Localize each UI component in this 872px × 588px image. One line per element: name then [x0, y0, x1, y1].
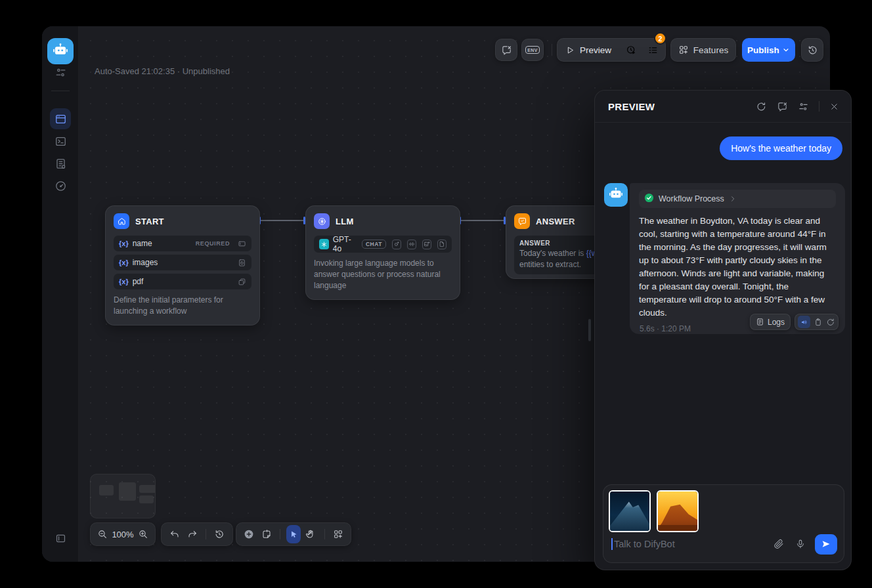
regenerate-icon[interactable]: [826, 318, 835, 327]
restart-conversation-icon[interactable]: [756, 101, 767, 112]
view-history-button[interactable]: [212, 525, 227, 543]
sidebar-item-orchestrate[interactable]: [50, 108, 71, 129]
text-caret: [611, 538, 613, 550]
undo-button[interactable]: [167, 525, 182, 543]
microphone-icon[interactable]: [795, 539, 806, 549]
start-field-pdf: {x} pdf: [114, 274, 251, 289]
pointer-tool-button[interactable]: [286, 525, 301, 543]
orchestrate-window-icon: [54, 113, 67, 125]
zoom-level[interactable]: 100%: [109, 530, 136, 539]
sidebar-item-monitoring[interactable]: [53, 178, 68, 194]
success-check-icon: [644, 193, 654, 205]
variable-token: {x}: [119, 259, 129, 266]
chat-input[interactable]: [614, 539, 762, 549]
toolbar-separator: [206, 529, 206, 539]
copy-stack-icon: [238, 278, 246, 286]
zoom-controls: 100%: [90, 522, 156, 546]
preview-header: PREVIEW: [595, 91, 851, 123]
chevron-down-icon: [782, 46, 790, 54]
copy-clipboard-icon[interactable]: [814, 318, 823, 327]
node-description: Invoking large language models to answer…: [314, 258, 452, 291]
add-note-button[interactable]: [259, 525, 273, 543]
logs-button[interactable]: Logs: [750, 314, 791, 330]
llm-model-row: GPT-4o CHAT: [314, 236, 452, 253]
env-variables-button[interactable]: ENV: [521, 39, 544, 61]
required-tag: REQUIRED: [196, 240, 230, 247]
home-icon: [114, 213, 129, 229]
file-icon: [238, 259, 246, 267]
variable-token: {x}: [119, 278, 129, 285]
log-document-icon: [756, 318, 764, 326]
node-title: START: [135, 217, 164, 226]
field-name: images: [133, 258, 158, 267]
node-llm[interactable]: LLM GPT-4o CHAT: [305, 205, 460, 300]
history-restore-icon: [807, 45, 818, 56]
publish-button[interactable]: Publish: [742, 38, 795, 62]
start-field-images: {x} images: [114, 255, 251, 270]
speaker-icon[interactable]: [798, 316, 810, 328]
minimap[interactable]: [90, 474, 156, 518]
canvas-scrollbar[interactable]: [588, 319, 591, 341]
node-title: LLM: [336, 217, 354, 226]
checklist-icon: [647, 45, 659, 56]
clock-play-icon: [626, 45, 637, 56]
close-icon[interactable]: [829, 102, 839, 112]
bot-message-text: The weather in Boydton, VA today is clea…: [639, 215, 836, 320]
user-message-bubble: How's the weather today: [720, 136, 842, 160]
zoom-out-button[interactable]: [96, 525, 109, 543]
hand-tool-button[interactable]: [303, 525, 318, 543]
node-start[interactable]: START {x} name REQUIRED {x} images {x} p…: [105, 205, 260, 326]
send-button[interactable]: [815, 534, 837, 555]
canvas-tools: [236, 522, 351, 546]
auto-layout-button[interactable]: [331, 525, 345, 543]
app-settings-sliders-icon[interactable]: [53, 64, 68, 80]
zoom-in-button[interactable]: [137, 525, 150, 543]
field-name: pdf: [133, 277, 144, 286]
panel-separator: [819, 101, 819, 112]
version-history-button[interactable]: [801, 38, 823, 62]
bot-avatar: [604, 183, 628, 207]
paperclip-icon[interactable]: [774, 539, 784, 549]
minimap-node: [119, 482, 136, 501]
checklist-button[interactable]: [647, 45, 659, 56]
history-controls: [161, 522, 233, 546]
topbar-separator: [552, 44, 552, 56]
variable-token: {x}: [119, 240, 129, 247]
preview-run-label: Preview: [580, 45, 611, 55]
field-name: name: [133, 239, 152, 248]
sunset-ground: [658, 525, 697, 531]
autosave-status: Auto-Saved 21:02:35 · Unpublished: [95, 66, 230, 76]
chevron-right-icon: [729, 195, 737, 203]
text-input-icon: [238, 240, 246, 248]
sidebar-item-logs[interactable]: [53, 156, 68, 171]
message-meta: 5.6s · 1:20 PM: [640, 324, 691, 333]
workflow-process-label: Workflow Process: [659, 194, 724, 203]
model-name: GPT-4o: [333, 235, 358, 253]
redo-button[interactable]: [185, 525, 200, 543]
clear-chat-icon[interactable]: [777, 101, 788, 112]
add-node-button[interactable]: [242, 525, 256, 543]
audio-capability-icon: [407, 240, 416, 249]
node-description: Define the initial parameters for launch…: [114, 295, 251, 317]
edge-start-llm: [260, 220, 305, 221]
node-title: ANSWER: [536, 217, 575, 226]
attachment-thumbnail-night-mountain[interactable]: [609, 490, 651, 532]
sidebar: [42, 26, 79, 562]
app-avatar[interactable]: [47, 38, 74, 64]
chat-settings-sliders-icon[interactable]: [798, 101, 809, 112]
collapse-sidebar-icon[interactable]: [53, 530, 68, 546]
preview-panel: PREVIEW How's the weather today: [594, 90, 852, 570]
attachment-thumbnail-sunset-mountain[interactable]: [657, 490, 699, 532]
robot-icon: [608, 186, 624, 204]
chat-x-icon: [501, 45, 512, 56]
sidebar-item-terminal[interactable]: [53, 133, 68, 149]
preview-run-button[interactable]: Preview: [565, 45, 611, 55]
vision-capability-icon: [392, 240, 401, 249]
play-icon: [565, 45, 575, 55]
workflow-process-row[interactable]: Workflow Process: [639, 190, 836, 208]
run-history-button[interactable]: [626, 45, 637, 56]
features-button[interactable]: Features: [670, 38, 736, 62]
minimap-node: [139, 485, 156, 493]
annotation-button[interactable]: [495, 39, 517, 61]
document-capability-icon: [437, 240, 447, 249]
